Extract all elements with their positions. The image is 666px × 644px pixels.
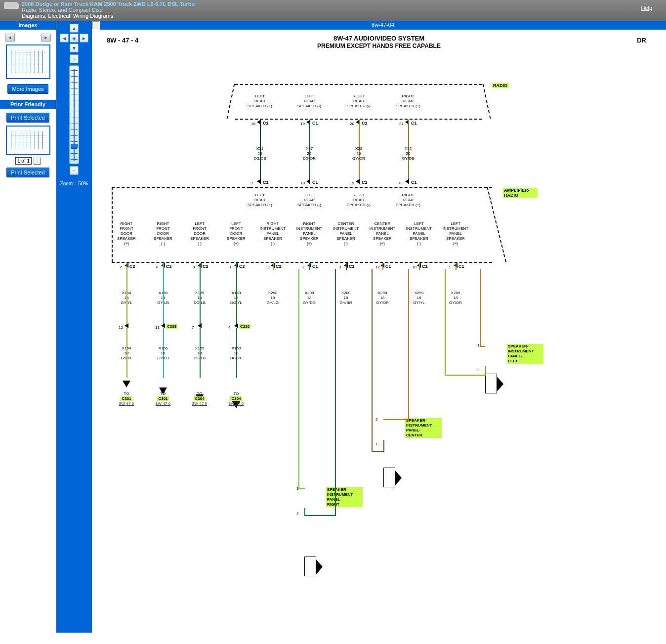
radio-conn-3: C1 (411, 121, 417, 126)
help-link[interactable]: Help (641, 5, 652, 11)
amp-bot (112, 262, 492, 263)
more-images-button[interactable]: More Images (7, 84, 48, 94)
amp-in-conn-2: C1 (362, 180, 368, 185)
toolbar-icon[interactable] (92, 21, 99, 29)
amp-in-conn-0: C1 (263, 180, 269, 185)
radio-out-label-2: RIGHTREARSPEAKER (-) (344, 94, 374, 109)
zoom-panel: ▲ ◄ ◈ ► ▼ + − Zoom: 50% (56, 21, 92, 633)
pan-down-button[interactable]: ▼ (70, 43, 79, 52)
image-thumbnail[interactable] (6, 44, 50, 79)
amp-out-pin-0: 2 (120, 265, 122, 269)
images-header: Images (0, 21, 56, 30)
amp-out-conn-5: C1 (312, 264, 318, 269)
wire-stub-6 (346, 263, 347, 270)
pan-center-button[interactable]: ◈ (70, 34, 79, 43)
wire-b-info-2: X15518DG/LB (190, 346, 209, 361)
w-x290-a (408, 269, 409, 420)
radio-out-label-3: RIGHTREARSPEAKER (+) (393, 94, 423, 109)
amp-out-wire-9: X20918GY/OR (446, 291, 465, 305)
amp-out-pin-3: 1 (229, 265, 231, 269)
sidebar: Images ◄ ► More Images Print Friendly Pr… (0, 21, 56, 633)
amp-out-conn-0: C2 (129, 264, 135, 269)
zoom-slider[interactable] (69, 65, 79, 164)
radio-wire-info-2: X5820GY/OR (349, 146, 369, 161)
amp-right (481, 187, 506, 262)
speaker-left-label: SPEAKER-INSTRUMENTPANEL-LEFT (507, 344, 543, 364)
amp-in-arrow-2 (356, 179, 360, 184)
amp-out-pin-4: 11 (266, 265, 270, 269)
amp-out-label-2: LEFTFRONTDOORSPEAKER(-) (185, 221, 214, 246)
radio-box-right (478, 84, 491, 119)
radio-wire-info-3: X5220GY/DB (398, 146, 418, 161)
radio-out-label-0: LEFTREARSPEAKER (+) (245, 94, 275, 109)
amp-out-label-5: RIGHTINSTRUMENTPANELSPEAKER(+) (294, 221, 324, 246)
speaker-right-label: SPEAKER-INSTRUMENTPANEL-RIGHT (326, 487, 363, 507)
pan-up-button[interactable]: ▲ (70, 24, 79, 33)
next-image-button[interactable]: ► (41, 34, 51, 42)
zoom-out-button[interactable]: − (70, 166, 79, 175)
page-list-icon[interactable] (34, 158, 41, 165)
radio-pin-1: 19 (300, 122, 305, 126)
car-icon (4, 2, 19, 9)
mid-pin-1: 11 (155, 325, 160, 330)
mid-conn-3: C220 (239, 324, 250, 329)
mid-arrow-0 (125, 323, 128, 328)
wire-b-info-3: X15318DG/YL (226, 346, 246, 361)
page-indicator: 1 of 1 (15, 157, 32, 165)
amp-out-pin-2: 9 (193, 265, 195, 269)
radio-pin-2: 20 (350, 122, 354, 126)
amp-out-pin-1: 8 (156, 265, 158, 269)
wire-stub-8 (419, 263, 420, 270)
mid-arrow-2 (198, 323, 202, 328)
to-ref-1: TOC3018W-47-6 (153, 391, 173, 406)
radio-out-label-1: LEFTREARSPEAKER (-) (294, 94, 324, 109)
print-selected-button-1[interactable]: Print Selected (6, 113, 49, 123)
spk-rt-pin2: 2 (296, 511, 298, 515)
amp-top-label-0: LEFTREARSPEAKER (+) (245, 193, 275, 208)
amp-out-label-6: CENTERINSTRUMENTPANELSPEAKER(-) (331, 221, 361, 246)
print-selected-button-2[interactable]: Print Selected (6, 168, 49, 177)
wire-b-info-1: X15618GY/LB (153, 346, 173, 361)
wire-stub-4 (273, 263, 274, 270)
wire-a-0 (126, 263, 127, 327)
print-thumbnail[interactable] (6, 126, 50, 155)
amp-out-wire-7: X29018GY/OR (373, 291, 392, 305)
amp-out-wire-4: X29818GY/LG (263, 291, 283, 305)
amplifier-label: AMPLIFIER-RADIO (503, 188, 538, 198)
radio-wire-info-1: X5720DG/OR (299, 146, 319, 161)
zoom-label: Zoom: (60, 181, 74, 186)
top-bar: 2008 Dodge or Ram Truck RAM 2500 Truck 2… (0, 0, 666, 21)
zoom-slider-handle[interactable] (71, 144, 78, 149)
zoom-in-button[interactable]: + (70, 54, 79, 63)
wire-stub-7 (382, 263, 383, 270)
amp-out-label-0: RIGHTFRONTDOORSPEAKER(+) (112, 221, 141, 246)
amp-in-arrow-3 (405, 179, 409, 184)
amp-top-label-3: RIGHTREARSPEAKER (+) (393, 193, 423, 208)
to-ref-2: TOC3048W-47-6 (190, 391, 209, 406)
w-x208-a (335, 269, 336, 516)
amp-in-pin-0: 7 (251, 181, 253, 185)
speaker-left-icon (485, 374, 497, 393)
pan-left-button[interactable]: ◄ (60, 34, 69, 43)
amp-out-conn-8: C1 (422, 264, 428, 269)
pan-right-button[interactable]: ► (80, 34, 88, 43)
mid-pin-3: 4 (228, 325, 230, 330)
radio-conn-1: C1 (312, 121, 318, 126)
wire-stub-5 (309, 263, 310, 270)
wire-stub-9 (456, 263, 457, 270)
mid-pin-0: 12 (119, 325, 123, 330)
amp-in-pin-1: 18 (300, 181, 305, 185)
prev-image-button[interactable]: ◄ (5, 34, 15, 42)
amp-in-pin-3: 8 (399, 181, 401, 185)
document-header: 8w-47-04 (100, 21, 666, 30)
tri-0: C (123, 381, 130, 387)
mid-arrow-3 (234, 323, 238, 328)
amp-in-pin-2: 19 (350, 181, 354, 185)
amp-out-label-1: RIGHTFRONTDOORSPEAKER(-) (148, 221, 178, 246)
zoom-value: 50% (78, 181, 88, 186)
wiring-diagram[interactable]: 8W - 47 - 4 DR 8W-47 AUDIO/VIDEO SYSTEM … (92, 30, 666, 633)
radio-wire-info-0: X5120DG/DB (250, 146, 270, 161)
amp-out-wire-8: X29918GY/YL (409, 291, 429, 305)
w-x299-a (445, 269, 446, 376)
spk-ctr-pin1: 2 (375, 417, 377, 422)
